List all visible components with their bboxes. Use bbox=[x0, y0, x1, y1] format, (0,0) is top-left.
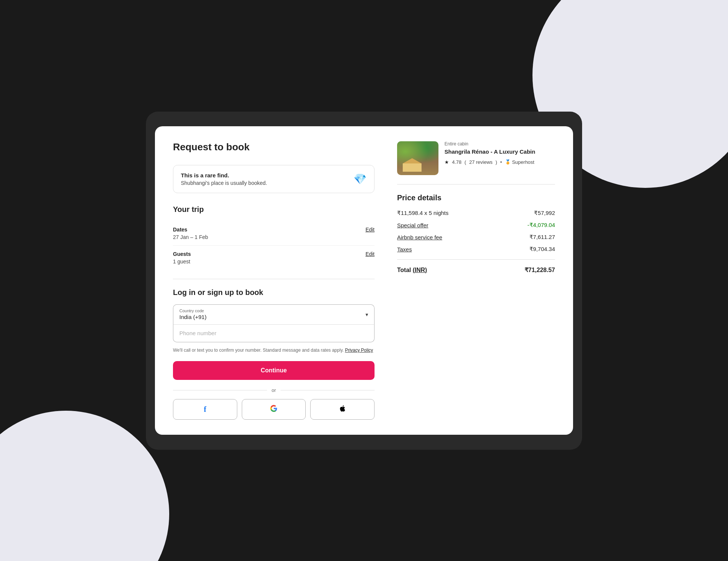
apple-login-button[interactable] bbox=[310, 399, 375, 420]
cabin-roof bbox=[403, 158, 422, 163]
country-code-label: Country code bbox=[179, 308, 206, 313]
left-column: Request to book This is a rare find. Shu… bbox=[173, 141, 375, 420]
service-fee-row: Airbnb service fee ₹7,611.27 bbox=[397, 234, 555, 240]
country-code-value: India (+91) bbox=[179, 314, 206, 320]
special-offer-link[interactable]: Special offer bbox=[397, 222, 428, 228]
total-row: Total (INR) ₹71,228.57 bbox=[397, 266, 555, 274]
apple-icon bbox=[339, 405, 346, 414]
guests-label: Guests bbox=[173, 251, 191, 257]
property-card: Entire cabin Shangrila Rénao - A Luxury … bbox=[397, 141, 555, 184]
property-reviews-count: 27 reviews bbox=[469, 159, 493, 165]
google-icon bbox=[270, 405, 278, 414]
diamond-icon: 💎 bbox=[353, 173, 367, 185]
cabin-body bbox=[403, 163, 422, 172]
taxes-label: Taxes bbox=[397, 246, 412, 253]
page-title: Request to book bbox=[173, 141, 375, 153]
cabin-shape bbox=[403, 158, 422, 171]
total-label: Total (INR) bbox=[397, 267, 427, 274]
property-rating: 4.78 bbox=[452, 159, 461, 165]
country-code-dropdown[interactable]: Country code India (+91) ▾ bbox=[173, 304, 375, 325]
login-title: Log in or sign up to book bbox=[173, 288, 375, 297]
property-reviews: ( bbox=[464, 159, 466, 165]
dates-edit-link[interactable]: Edit bbox=[366, 227, 375, 233]
privacy-note: We'll call or text you to confirm your n… bbox=[173, 347, 375, 354]
nightly-rate-row: ₹11,598.4 x 5 nights ₹57,992 bbox=[397, 210, 555, 216]
your-trip-title: Your trip bbox=[173, 205, 375, 214]
special-offer-label: Special offer bbox=[397, 222, 428, 228]
taxes-link[interactable]: Taxes bbox=[397, 246, 412, 253]
price-details-title: Price details bbox=[397, 194, 555, 202]
service-fee-link[interactable]: Airbnb service fee bbox=[397, 234, 442, 240]
property-type: Entire cabin bbox=[444, 141, 555, 147]
nightly-rate-label: ₹11,598.4 x 5 nights bbox=[397, 210, 449, 216]
service-fee-amount: ₹7,611.27 bbox=[529, 234, 555, 240]
continue-button[interactable]: Continue bbox=[173, 361, 375, 380]
dates-info: Dates 27 Jan – 1 Feb bbox=[173, 227, 208, 240]
taxes-row: Taxes ₹9,704.34 bbox=[397, 246, 555, 253]
rare-find-text: This is a rare find. Shubhangi's place i… bbox=[181, 172, 267, 186]
privacy-policy-link[interactable]: Privacy Policy bbox=[345, 348, 373, 353]
booking-modal: Request to book This is a rare find. Shu… bbox=[155, 126, 573, 435]
login-section: Log in or sign up to book Country code I… bbox=[173, 288, 375, 420]
guests-row: Guests 1 guest Edit bbox=[173, 245, 375, 270]
background-circle-bottom bbox=[0, 411, 169, 561]
google-login-button[interactable] bbox=[242, 399, 306, 420]
total-currency-link[interactable]: (INR) bbox=[413, 267, 427, 273]
social-buttons: f bbox=[173, 399, 375, 420]
phone-input-wrapper bbox=[173, 325, 375, 342]
facebook-icon: f bbox=[204, 405, 206, 414]
property-meta: ★ 4.78 (27 reviews) • 🏅 Superhost bbox=[444, 159, 555, 165]
phone-input[interactable] bbox=[179, 330, 368, 336]
service-fee-label: Airbnb service fee bbox=[397, 234, 442, 240]
rare-find-title: This is a rare find. bbox=[181, 172, 267, 178]
superhost-badge: 🏅 Superhost bbox=[505, 159, 534, 165]
superhost-label: Superhost bbox=[512, 159, 534, 165]
country-code-content: Country code India (+91) bbox=[179, 308, 206, 321]
total-amount: ₹71,228.57 bbox=[525, 266, 555, 274]
facebook-login-button[interactable]: f bbox=[173, 399, 237, 420]
or-text: or bbox=[271, 387, 276, 393]
your-trip-section: Your trip Dates 27 Jan – 1 Feb Edit Gues… bbox=[173, 205, 375, 270]
guests-value: 1 guest bbox=[173, 259, 191, 265]
property-name: Shangrila Rénao - A Luxury Cabin bbox=[444, 148, 555, 156]
property-info: Entire cabin Shangrila Rénao - A Luxury … bbox=[444, 141, 555, 165]
chevron-down-icon: ▾ bbox=[366, 311, 368, 318]
price-details-section: Price details ₹11,598.4 x 5 nights ₹57,9… bbox=[397, 194, 555, 274]
nightly-rate-amount: ₹57,992 bbox=[534, 210, 555, 216]
taxes-amount: ₹9,704.34 bbox=[529, 246, 555, 253]
property-image bbox=[397, 141, 438, 175]
guests-edit-link[interactable]: Edit bbox=[366, 251, 375, 257]
rare-find-subtitle: Shubhangi's place is usually booked. bbox=[181, 180, 267, 186]
star-icon: ★ bbox=[444, 159, 449, 165]
or-divider: or bbox=[173, 387, 375, 393]
dates-row: Dates 27 Jan – 1 Feb Edit bbox=[173, 221, 375, 245]
device-frame: Request to book This is a rare find. Shu… bbox=[146, 112, 582, 450]
guests-info: Guests 1 guest bbox=[173, 251, 191, 265]
dates-label: Dates bbox=[173, 227, 208, 233]
section-divider bbox=[173, 279, 375, 279]
special-offer-amount: -₹4,079.04 bbox=[528, 222, 555, 228]
superhost-icon: 🏅 bbox=[505, 159, 511, 165]
dates-value: 27 Jan – 1 Feb bbox=[173, 234, 208, 240]
right-column: Entire cabin Shangrila Rénao - A Luxury … bbox=[397, 141, 555, 420]
price-divider bbox=[397, 259, 555, 260]
special-offer-row: Special offer -₹4,079.04 bbox=[397, 222, 555, 228]
rare-find-banner: This is a rare find. Shubhangi's place i… bbox=[173, 165, 375, 193]
